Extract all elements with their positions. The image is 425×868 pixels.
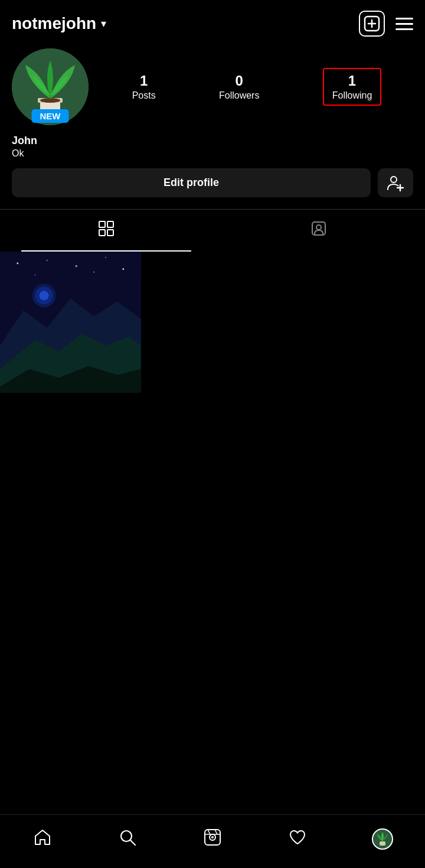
svg-point-22 xyxy=(35,275,36,276)
profile-info: John Ok xyxy=(12,135,413,159)
following-label: Following xyxy=(332,90,372,101)
bottom-nav xyxy=(0,814,425,868)
reels-icon xyxy=(203,828,222,851)
posts-count: 1 xyxy=(140,73,148,89)
followers-count: 0 xyxy=(236,73,243,89)
nav-search[interactable] xyxy=(110,824,145,854)
svg-point-21 xyxy=(122,268,124,270)
svg-point-19 xyxy=(76,265,77,267)
svg-point-26 xyxy=(40,291,49,301)
svg-rect-12 xyxy=(99,230,105,236)
profile-top: NEW 1 Posts 0 Followers 1 Following xyxy=(12,48,413,125)
nav-profile[interactable] xyxy=(365,824,400,854)
following-stat[interactable]: 1 Following xyxy=(323,68,382,106)
svg-point-17 xyxy=(17,262,18,264)
svg-point-15 xyxy=(316,225,321,230)
svg-point-23 xyxy=(93,272,94,273)
username[interactable]: notmejohn xyxy=(12,14,96,33)
svg-line-34 xyxy=(215,830,217,834)
heart-icon xyxy=(288,828,307,851)
avatar-container[interactable]: NEW xyxy=(12,48,89,125)
svg-point-18 xyxy=(47,260,48,261)
header-right xyxy=(359,11,413,37)
svg-rect-36 xyxy=(380,841,385,846)
tab-tagged[interactable] xyxy=(212,210,425,252)
chevron-down-icon[interactable]: ▾ xyxy=(101,17,106,30)
following-count: 1 xyxy=(348,73,356,89)
posts-stat[interactable]: 1 Posts xyxy=(132,73,156,101)
hamburger-menu-icon[interactable] xyxy=(395,18,413,30)
svg-point-20 xyxy=(105,257,106,258)
followers-stat[interactable]: 0 Followers xyxy=(219,73,259,101)
header-left: notmejohn ▾ xyxy=(12,14,106,33)
svg-rect-10 xyxy=(99,221,105,227)
nav-reels[interactable] xyxy=(195,824,230,854)
nav-likes[interactable] xyxy=(280,824,315,854)
add-post-icon[interactable] xyxy=(359,11,385,37)
svg-rect-13 xyxy=(107,230,113,236)
svg-rect-11 xyxy=(107,221,113,227)
profile-name: John xyxy=(12,135,413,147)
svg-point-31 xyxy=(211,836,214,838)
header: notmejohn ▾ xyxy=(0,0,425,43)
svg-line-33 xyxy=(208,830,210,834)
tagged-icon xyxy=(310,220,327,241)
buttons-row: Edit profile xyxy=(12,168,413,197)
new-badge[interactable]: NEW xyxy=(32,109,69,123)
stats-row: 1 Posts 0 Followers 1 Following xyxy=(100,68,413,106)
bottom-spacer xyxy=(0,393,425,452)
tab-grid[interactable] xyxy=(0,210,212,252)
tabs-row xyxy=(0,209,425,252)
followers-label: Followers xyxy=(219,90,259,101)
grid-icon xyxy=(98,220,115,241)
nav-home[interactable] xyxy=(25,824,60,854)
grid-item[interactable] xyxy=(0,252,141,393)
add-friend-button[interactable] xyxy=(378,168,413,197)
profile-avatar-nav xyxy=(372,828,393,850)
svg-point-7 xyxy=(391,177,397,182)
post-thumbnail xyxy=(0,252,141,393)
svg-point-6 xyxy=(40,98,60,103)
search-icon xyxy=(118,828,137,851)
profile-section: NEW 1 Posts 0 Followers 1 Following John… xyxy=(0,43,425,197)
add-person-icon xyxy=(387,174,404,192)
edit-profile-button[interactable]: Edit profile xyxy=(12,168,371,197)
profile-bio: Ok xyxy=(12,148,413,159)
home-icon xyxy=(33,828,52,851)
posts-label: Posts xyxy=(132,90,156,101)
svg-line-28 xyxy=(130,840,135,845)
grid-section xyxy=(0,252,425,393)
